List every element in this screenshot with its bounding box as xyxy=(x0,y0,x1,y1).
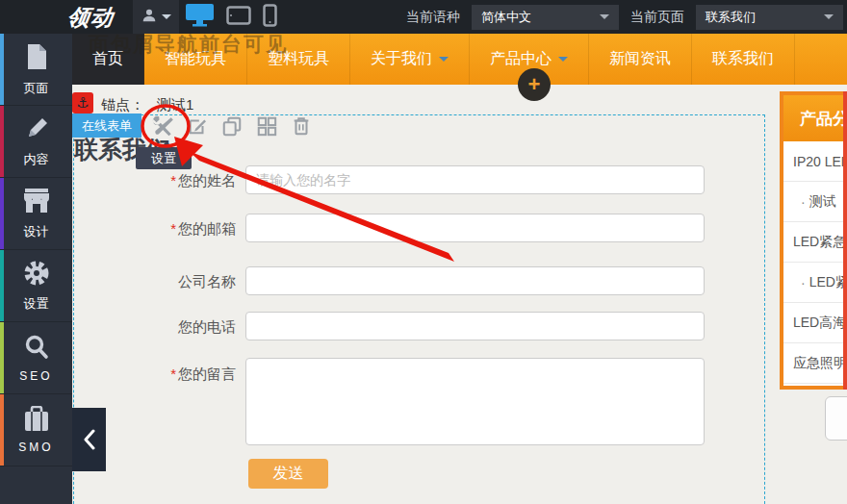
chevron-down-icon xyxy=(558,57,568,62)
category-item[interactable]: ·LED紧 xyxy=(783,263,847,303)
module-type-tag[interactable]: 在线表单 xyxy=(72,113,141,138)
sidebar-item-settings[interactable]: 设置 xyxy=(0,250,72,322)
send-button[interactable]: 发送 xyxy=(248,459,328,489)
form-label-phone: 您的电话 xyxy=(130,318,236,337)
site-builder-app: 领动 当前语种 简体中文 当前页面 xyxy=(0,0,847,504)
trash-icon[interactable] xyxy=(289,113,314,139)
sidebar-item-content[interactable]: 内容 xyxy=(0,106,72,178)
anchor-icon[interactable]: ⚓ xyxy=(72,92,93,113)
accent-bar xyxy=(0,322,4,393)
chevron-left-icon xyxy=(83,429,96,450)
phone-icon[interactable] xyxy=(263,4,277,31)
name-input[interactable] xyxy=(245,165,705,194)
grid-icon[interactable] xyxy=(254,113,279,139)
accent-bar xyxy=(0,34,4,105)
category-item[interactable]: ·测试 xyxy=(783,182,847,222)
user-menu[interactable] xyxy=(133,0,179,34)
sidebar-item-seo[interactable]: SEO xyxy=(0,322,72,394)
page-icon xyxy=(24,42,49,75)
gear-icon xyxy=(23,260,50,290)
sidebar-item-pages[interactable]: 页面 xyxy=(0,34,72,106)
form-label-message: *您的留言 xyxy=(130,365,236,384)
chevron-down-icon xyxy=(162,14,171,19)
page-edge-strip xyxy=(843,91,847,390)
product-category-panel: 产品分类 IP20 LED ·测试 LED紧急 ·LED紧 LED高海 应急照明 xyxy=(780,91,847,390)
chevron-down-icon xyxy=(439,57,449,62)
accent-bar xyxy=(0,106,4,177)
form-label-email: *您的邮箱 xyxy=(130,220,236,239)
device-switcher xyxy=(185,0,277,34)
sidebar-item-smo[interactable]: SMO xyxy=(0,394,72,466)
topbar-right: 当前语种 简体中文 当前页面 联系我们 xyxy=(406,0,843,34)
nav-item-smart-toys[interactable]: 智能玩具 xyxy=(144,34,247,85)
copy-icon[interactable] xyxy=(219,113,244,139)
accent-bar xyxy=(0,178,4,249)
nav-item-contact[interactable]: 联系我们 xyxy=(692,34,795,85)
user-icon xyxy=(141,7,158,28)
nav-item-home[interactable]: 首页 xyxy=(72,34,144,85)
accent-bar xyxy=(0,250,4,321)
topbar: 领动 当前语种 简体中文 当前页面 xyxy=(0,0,847,34)
company-input[interactable] xyxy=(245,266,705,295)
search-icon xyxy=(23,334,50,365)
sidebar-collapse-button[interactable] xyxy=(72,408,106,471)
language-label: 当前语种 xyxy=(406,9,460,26)
category-item[interactable]: IP20 LED xyxy=(783,141,847,182)
category-item[interactable]: LED紧急 xyxy=(783,222,847,263)
briefcase-icon xyxy=(22,406,51,436)
language-select[interactable]: 简体中文 xyxy=(472,5,619,30)
form-label-company: 公司名称 xyxy=(130,273,236,291)
current-page-label: 当前页面 xyxy=(630,9,684,26)
site-navbar: 面包屑导航前台可见 首页 智能玩具 塑料玩具 关于我们 产品中心 新闻资讯 联系… xyxy=(72,34,847,85)
chevron-down-icon xyxy=(824,14,834,19)
anchor-label: 锚点： xyxy=(101,96,144,114)
nav-item-plastic-toys[interactable]: 塑料玩具 xyxy=(247,34,350,85)
storefront-icon xyxy=(22,188,51,218)
accent-bar xyxy=(0,394,4,466)
email-input[interactable] xyxy=(245,214,705,242)
form-label-name: *您的姓名 xyxy=(130,172,236,190)
message-textarea[interactable] xyxy=(245,358,705,445)
nav-item-news[interactable]: 新闻资讯 xyxy=(589,34,692,85)
phone-input[interactable] xyxy=(245,312,705,340)
tablet-icon[interactable] xyxy=(226,6,251,29)
edit-icon[interactable] xyxy=(185,113,210,139)
sidebar-item-design[interactable]: 设计 xyxy=(0,178,72,250)
app-logo: 领动 xyxy=(65,3,116,33)
settings-tooltip: 设置 xyxy=(136,147,192,169)
sidebar: 页面 内容 设计 设置 SEO xyxy=(0,34,72,504)
chevron-down-icon xyxy=(600,14,609,19)
category-item[interactable]: LED高海 xyxy=(783,303,847,343)
add-section-button[interactable]: + xyxy=(518,68,551,101)
tools-icon[interactable] xyxy=(150,113,175,139)
current-page-select[interactable]: 联系我们 xyxy=(696,5,843,30)
category-item[interactable]: 应急照明 xyxy=(783,343,847,384)
nav-item-about[interactable]: 关于我们 xyxy=(350,34,470,85)
module-toolbar xyxy=(150,113,314,139)
clipped-widget xyxy=(825,396,847,441)
desktop-icon[interactable] xyxy=(185,2,215,32)
panel-title: 产品分类 xyxy=(783,95,847,141)
pencil-icon xyxy=(23,115,50,146)
